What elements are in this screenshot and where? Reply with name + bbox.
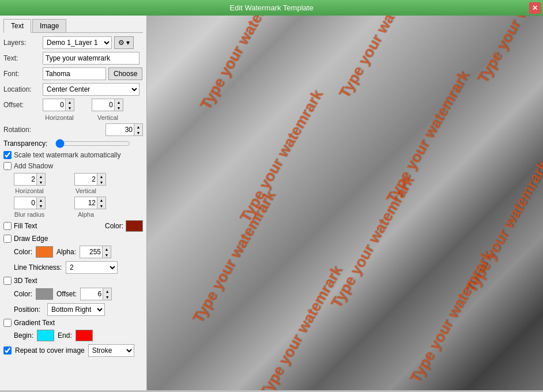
alpha-up[interactable]: ▲	[97, 197, 105, 203]
shadow-horizontal-spinner: ▲ ▼	[14, 173, 46, 186]
draw-edge-alpha-input[interactable]	[80, 246, 103, 258]
text-input[interactable]	[43, 52, 139, 65]
fill-color-label: Color:	[105, 222, 123, 230]
offset-vertical-up[interactable]: ▲	[115, 99, 123, 105]
shadow-vertical-down[interactable]: ▼	[97, 179, 105, 185]
alpha-label: Alpha	[70, 211, 101, 218]
offset-row: Offset: ▲ ▼ ▲ ▼	[3, 99, 143, 111]
right-panel: Type your watemrark Type your watemrark …	[147, 16, 543, 390]
draw-edge-checkbox[interactable]	[3, 235, 12, 243]
close-button[interactable]: ✕	[529, 2, 541, 14]
alpha-input[interactable]	[74, 197, 97, 209]
threed-color-row: Color: Offset: ▲ ▼	[14, 288, 143, 300]
watermark-2: Type your watemrark	[335, 16, 425, 101]
rotation-row: Rotation: ▲ ▼	[3, 123, 143, 136]
gear-button[interactable]: ⚙ ▾	[114, 36, 134, 49]
position-select[interactable]: Bottom Right Bottom Left Top Right Top L…	[47, 303, 105, 316]
add-shadow-label: Add Shadow	[14, 162, 53, 170]
repeat-checkbox[interactable]	[3, 346, 12, 355]
layers-select[interactable]: Demo 1_Layer 1 Demo 1_Layer 2	[43, 36, 112, 49]
blur-input[interactable]	[14, 197, 37, 209]
position-row: Position: Bottom Right Bottom Left Top R…	[14, 303, 143, 316]
add-shadow-checkbox[interactable]	[3, 162, 12, 170]
draw-edge-color-label: Color:	[14, 248, 32, 256]
alpha-down[interactable]: ▼	[97, 203, 105, 209]
blur-up[interactable]: ▲	[37, 197, 45, 203]
tab-text[interactable]: Text	[3, 19, 31, 33]
rotation-down[interactable]: ▼	[134, 130, 142, 135]
offset-vertical-input[interactable]	[92, 99, 115, 111]
shadow-horizontal-arrows: ▲ ▼	[37, 173, 46, 186]
offset-horizontal-up[interactable]: ▲	[66, 99, 74, 105]
draw-edge-alpha-down[interactable]: ▼	[103, 252, 111, 258]
offset-horizontal-input[interactable]	[43, 99, 66, 111]
transparency-slider[interactable]	[55, 139, 130, 148]
watermark-8: Type your watemrark	[462, 157, 543, 296]
offset-vertical-arrows: ▲ ▼	[115, 99, 123, 111]
threed-color-swatch[interactable]	[36, 288, 53, 300]
threed-offset-arrows: ▲ ▼	[103, 288, 112, 300]
watermark-7: Type your watemrark	[327, 172, 418, 311]
font-label: Font:	[3, 70, 43, 78]
draw-edge-color-row: Color: Alpha: ▲ ▼	[14, 246, 143, 258]
title-bar: Edit Watermark Template ✕	[0, 0, 543, 16]
threed-offset-input[interactable]	[80, 288, 103, 300]
tab-image[interactable]: Image	[32, 19, 66, 32]
shadow-horizontal-up[interactable]: ▲	[37, 174, 45, 179]
draw-edge-alpha-label: Alpha:	[56, 248, 76, 256]
layers-label: Layers:	[3, 39, 43, 47]
text-label: Text:	[3, 54, 43, 62]
gradient-end-swatch[interactable]	[76, 330, 93, 341]
location-label: Location:	[3, 85, 43, 93]
line-thickness-label: Line Thickness:	[14, 263, 66, 272]
gradient-checkbox[interactable]	[3, 319, 12, 327]
font-input[interactable]	[43, 67, 106, 80]
add-shadow-row: Add Shadow	[3, 162, 143, 170]
transparency-label: Transparency:	[3, 140, 55, 148]
offset-label: Offset:	[3, 101, 43, 109]
threed-offset-down[interactable]: ▼	[103, 294, 111, 300]
rotation-input[interactable]	[105, 123, 134, 136]
alpha-spinner: ▲ ▼	[74, 197, 106, 209]
blur-spinner: ▲ ▼	[14, 197, 46, 209]
watermark-10: Type your watemrark	[406, 247, 497, 386]
shadow-horizontal-input[interactable]	[14, 173, 37, 186]
scale-checkbox-row: Scale text watermark automatically	[3, 151, 143, 159]
threed-checkbox[interactable]	[3, 277, 12, 285]
stroke-select[interactable]: Stroke Fill Both	[88, 344, 134, 357]
shadow-vertical-spinner: ▲ ▼	[74, 173, 106, 186]
scale-checkbox[interactable]	[3, 151, 12, 159]
draw-edge-alpha-up[interactable]: ▲	[103, 246, 111, 252]
offset-vertical-down[interactable]: ▼	[115, 105, 123, 111]
shadow-horizontal-down[interactable]: ▼	[37, 179, 45, 185]
draw-edge-row: Draw Edge	[3, 235, 143, 243]
threed-offset-label: Offset:	[56, 290, 77, 298]
gradient-begin-swatch[interactable]	[37, 330, 54, 341]
blur-label: Blur radius	[14, 211, 45, 218]
choose-font-button[interactable]: Choose	[108, 67, 142, 80]
watermark-4: Type your watemrark	[236, 86, 327, 225]
vertical-label: Vertical	[92, 114, 123, 121]
gradient-begin-label: Begin:	[14, 331, 33, 340]
line-thickness-select[interactable]: 1 2 3 4 5	[66, 261, 118, 274]
threed-offset-spinner: ▲ ▼	[80, 288, 112, 300]
shadow-vertical-input[interactable]	[74, 173, 97, 186]
shadow-vertical-up[interactable]: ▲	[97, 174, 105, 179]
fill-text-checkbox[interactable]	[3, 222, 12, 230]
offset-horizontal-down[interactable]: ▼	[66, 105, 74, 111]
rotation-label: Rotation:	[3, 126, 43, 134]
repeat-row: Repeat to cover image Stroke Fill Both	[3, 344, 143, 357]
threed-offset-up[interactable]: ▲	[103, 288, 111, 294]
gradient-label: Gradient Text	[14, 319, 55, 327]
threed-label: 3D Text	[14, 277, 37, 285]
layers-row: Layers: Demo 1_Layer 1 Demo 1_Layer 2 ⚙ …	[3, 36, 143, 49]
shadow-vertical-arrows: ▲ ▼	[97, 173, 106, 186]
fill-color-swatch[interactable]	[126, 220, 143, 232]
draw-edge-color-swatch[interactable]	[36, 246, 53, 258]
location-select[interactable]: Center Center Top Left Top Center Top Ri…	[43, 83, 139, 96]
rotation-up[interactable]: ▲	[134, 124, 142, 130]
offset-horizontal-spinner: ▲ ▼	[43, 99, 74, 111]
offset-horizontal-arrows: ▲ ▼	[66, 99, 74, 111]
location-row: Location: Center Center Top Left Top Cen…	[3, 83, 143, 96]
blur-down[interactable]: ▼	[37, 203, 45, 209]
